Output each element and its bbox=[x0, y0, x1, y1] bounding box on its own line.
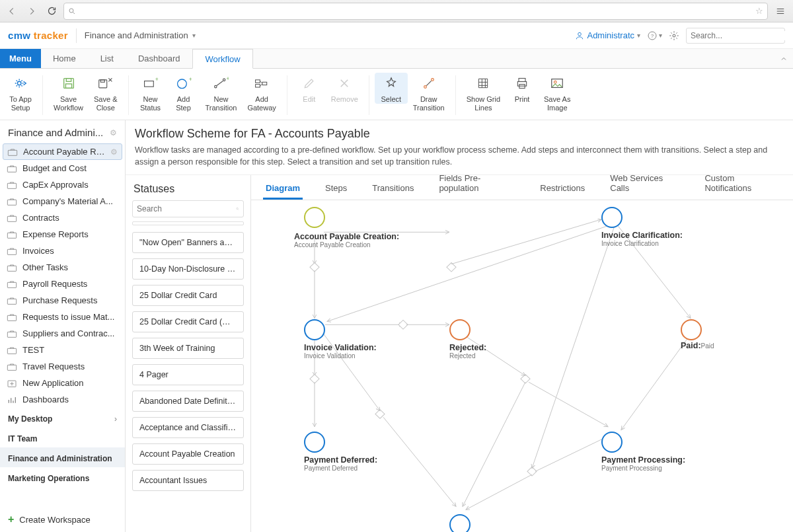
browser-toolbar: ☆ bbox=[0, 0, 793, 22]
ribbon-save-image[interactable]: Save AsImage bbox=[539, 73, 576, 112]
diagram-node-validation[interactable]: Invoice Validation: Invoice Validation bbox=[304, 319, 377, 360]
header-search[interactable] bbox=[686, 28, 785, 44]
ribbon-draw-transition[interactable]: DrawTransition bbox=[408, 73, 450, 112]
sidebar-item[interactable]: Suppliers and Contrac... bbox=[0, 325, 125, 342]
svg-point-28 bbox=[431, 79, 434, 81]
svg-rect-64 bbox=[398, 320, 408, 329]
status-item[interactable]: Accountant Issues bbox=[132, 470, 244, 491]
reload-button[interactable] bbox=[44, 3, 59, 19]
status-item[interactable]: "Now Open" Banners and/... bbox=[132, 232, 244, 253]
back-button[interactable] bbox=[4, 3, 20, 19]
statuses-scroll-indicator bbox=[132, 221, 244, 225]
subtab-steps[interactable]: Steps bbox=[322, 183, 350, 200]
menu-tab-dashboard[interactable]: Dashboard bbox=[126, 49, 193, 68]
status-item[interactable]: 25 Dollar Credit Card bbox=[132, 285, 244, 306]
breadcrumb[interactable]: Finance and Administration ▾ bbox=[85, 30, 196, 40]
svg-rect-36 bbox=[7, 167, 16, 172]
subtab-web-services-calls[interactable]: Web Services Calls bbox=[607, 175, 682, 200]
sidebar-item[interactable]: New Application bbox=[0, 375, 125, 391]
sidebar-item[interactable]: Travel Requests bbox=[0, 358, 125, 375]
ribbon-gear-to[interactable]: To AppSetup bbox=[4, 73, 37, 112]
workflow-content: DiagramStepsTransitionsFields Pre-popula… bbox=[251, 175, 793, 532]
collapse-ribbon-button[interactable] bbox=[774, 49, 793, 68]
status-item[interactable]: 10-Day Non-Disclosure Init... bbox=[132, 258, 244, 280]
help-button[interactable]: ? ▾ bbox=[647, 30, 662, 41]
diagram-node-start[interactable] bbox=[304, 207, 325, 228]
status-item[interactable]: Abandoned Date Definition bbox=[132, 391, 244, 412]
svg-point-8 bbox=[17, 81, 21, 85]
page-description: Workflow tasks are managed according to … bbox=[126, 142, 793, 174]
app-header: cmw tracker Finance and Administration ▾… bbox=[0, 22, 793, 49]
browser-menu-button[interactable] bbox=[772, 7, 789, 16]
ribbon-new-transition[interactable]: +NewTransition bbox=[200, 73, 243, 112]
menu-tabs: Menu HomeListDashboardWorkflow bbox=[0, 49, 793, 69]
statuses-search-input[interactable] bbox=[137, 204, 236, 213]
menu-button[interactable]: Menu bbox=[0, 49, 41, 68]
ribbon-add-gateway[interactable]: AddGateway bbox=[242, 73, 281, 112]
sidebar-item[interactable]: Invoices bbox=[0, 243, 125, 259]
diagram-node-rejected[interactable]: Rejected: Rejected bbox=[449, 319, 486, 360]
subtab-transitions[interactable]: Transitions bbox=[369, 183, 416, 200]
status-item[interactable]: 3th Week of Training bbox=[132, 338, 244, 359]
diagram-canvas[interactable]: Account Payable Creation: Account Payabl… bbox=[251, 200, 793, 532]
sidebar-section[interactable]: Finance and Administration bbox=[0, 447, 125, 467]
diagram-node-processing[interactable]: Payment Processing: Payment Processing bbox=[601, 432, 685, 472]
svg-rect-30 bbox=[519, 79, 525, 82]
gear-icon[interactable]: ⚙ bbox=[110, 147, 118, 157]
sidebar-section[interactable]: IT Team bbox=[0, 428, 125, 447]
statuses-search[interactable] bbox=[132, 200, 244, 217]
ribbon-new-status[interactable]: +NewStatus bbox=[134, 73, 167, 112]
bookmark-icon[interactable]: ☆ bbox=[755, 6, 763, 16]
forward-button[interactable] bbox=[24, 3, 40, 19]
svg-rect-69 bbox=[375, 410, 385, 419]
diagram-node-bottom[interactable] bbox=[449, 514, 471, 532]
sidebar-item[interactable]: Requests to issue Mat... bbox=[0, 309, 125, 325]
sidebar-item[interactable]: Budget and Cost⚙ bbox=[0, 160, 125, 176]
subtab-restrictions[interactable]: Restrictions bbox=[537, 183, 587, 200]
subtab-custom-notifications[interactable]: Custom Notifications bbox=[702, 175, 781, 200]
user-link[interactable]: Administratc ▾ bbox=[575, 30, 640, 40]
header-search-input[interactable] bbox=[691, 31, 790, 40]
create-workspace-button[interactable]: + Create Workspace bbox=[0, 507, 125, 532]
gear-icon[interactable]: ⚙ bbox=[110, 128, 117, 137]
status-item[interactable]: 4 Pager bbox=[132, 364, 244, 385]
sidebar-item[interactable]: Purchase Requests bbox=[0, 292, 125, 309]
sidebar-section[interactable]: My Desktop› bbox=[0, 408, 125, 428]
ribbon-grid[interactable]: Show GridLines bbox=[461, 73, 506, 112]
subtab-diagram[interactable]: Diagram bbox=[263, 183, 303, 200]
diagram-node-clarification[interactable]: Invoice Clarification: Invoice Clarifica… bbox=[601, 207, 683, 247]
status-item[interactable]: Acceptance and Classificati... bbox=[132, 417, 244, 438]
url-input[interactable] bbox=[80, 6, 751, 16]
sidebar-item[interactable]: Dashboards bbox=[0, 391, 125, 408]
ribbon-print[interactable]: Print bbox=[506, 73, 539, 104]
diagram-node-creation-label: Account Payable Creation: Account Payabl… bbox=[294, 229, 399, 248]
svg-rect-70 bbox=[521, 374, 530, 383]
svg-rect-46 bbox=[7, 332, 16, 337]
sidebar-item[interactable]: Account Payable Requ...⚙ bbox=[3, 143, 122, 160]
sidebar-section[interactable]: Marketing Operations bbox=[0, 467, 125, 487]
settings-button[interactable] bbox=[669, 30, 679, 41]
sidebar-item[interactable]: Company's Material A... bbox=[0, 193, 125, 209]
subtab-fields-pre-population[interactable]: Fields Pre-population bbox=[436, 175, 517, 200]
sidebar-item[interactable]: Expense Reports bbox=[0, 226, 125, 243]
ribbon-save[interactable]: SaveWorkflow bbox=[48, 73, 89, 112]
sidebar-item[interactable]: Payroll Requests bbox=[0, 276, 125, 292]
ribbon-add-step[interactable]: +AddStep bbox=[167, 73, 200, 112]
menu-tab-workflow[interactable]: Workflow bbox=[192, 49, 252, 69]
menu-tab-list[interactable]: List bbox=[89, 49, 126, 68]
menu-tab-home[interactable]: Home bbox=[41, 49, 89, 68]
diagram-node-paid[interactable]: Paid:Paid bbox=[681, 319, 714, 350]
sidebar-item[interactable]: TEST bbox=[0, 342, 125, 358]
diagram-node-deferred[interactable]: Payment Deferred: Payment Deferred bbox=[304, 432, 377, 472]
status-item[interactable]: 25 Dollar Credit Card (Moc... bbox=[132, 311, 244, 332]
remove-icon bbox=[335, 74, 354, 93]
ribbon-save-close[interactable]: Save &Close bbox=[89, 73, 122, 112]
sidebar-item[interactable]: Contracts bbox=[0, 209, 125, 226]
svg-rect-22 bbox=[256, 80, 260, 83]
add-step-icon: + bbox=[174, 74, 193, 93]
sidebar-item[interactable]: CapEx Approvals bbox=[0, 176, 125, 193]
ribbon-select[interactable]: Select bbox=[375, 73, 408, 104]
url-bar[interactable]: ☆ bbox=[63, 3, 768, 20]
status-item[interactable]: Account Payable Creation bbox=[132, 443, 244, 465]
sidebar-item[interactable]: Other Tasks bbox=[0, 259, 125, 276]
